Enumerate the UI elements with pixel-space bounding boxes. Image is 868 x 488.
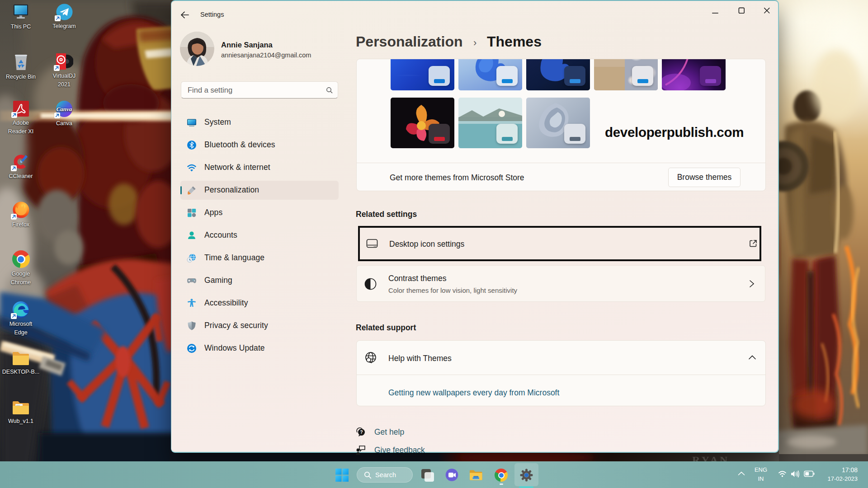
svg-text:Canva: Canva: [57, 106, 72, 113]
svg-text:?: ?: [360, 430, 363, 435]
